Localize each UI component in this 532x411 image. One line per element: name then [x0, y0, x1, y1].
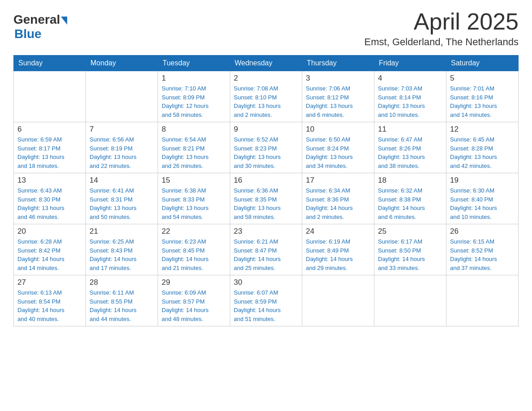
day-number: 22 — [162, 227, 226, 236]
day-number: 7 — [90, 125, 154, 134]
day-number: 20 — [17, 227, 82, 236]
day-number: 5 — [450, 74, 515, 83]
header-cell-monday: Monday — [86, 56, 158, 71]
day-info: Sunrise: 6:34 AM Sunset: 8:36 PM Dayligh… — [306, 186, 370, 221]
calendar-cell: 28Sunrise: 6:11 AM Sunset: 8:55 PM Dayli… — [86, 275, 158, 326]
day-info: Sunrise: 6:59 AM Sunset: 8:17 PM Dayligh… — [17, 135, 82, 170]
calendar-cell: 4Sunrise: 7:03 AM Sunset: 8:14 PM Daylig… — [374, 71, 446, 122]
calendar-cell: 7Sunrise: 6:56 AM Sunset: 8:19 PM Daylig… — [86, 122, 158, 173]
calendar-cell: 20Sunrise: 6:28 AM Sunset: 8:42 PM Dayli… — [14, 224, 86, 275]
calendar-body: 1Sunrise: 7:10 AM Sunset: 8:09 PM Daylig… — [14, 71, 519, 326]
day-number: 11 — [378, 125, 442, 134]
calendar-cell: 15Sunrise: 6:38 AM Sunset: 8:33 PM Dayli… — [158, 173, 230, 224]
day-number: 30 — [234, 278, 298, 287]
calendar-cell: 8Sunrise: 6:54 AM Sunset: 8:21 PM Daylig… — [158, 122, 230, 173]
day-info: Sunrise: 6:25 AM Sunset: 8:43 PM Dayligh… — [90, 237, 154, 272]
calendar-cell: 13Sunrise: 6:43 AM Sunset: 8:30 PM Dayli… — [14, 173, 86, 224]
header: General Blue April 2025 Emst, Gelderland… — [13, 9, 519, 48]
calendar-week-0: 1Sunrise: 7:10 AM Sunset: 8:09 PM Daylig… — [14, 71, 519, 122]
day-info: Sunrise: 6:13 AM Sunset: 8:54 PM Dayligh… — [17, 288, 82, 323]
day-info: Sunrise: 6:54 AM Sunset: 8:21 PM Dayligh… — [162, 135, 226, 170]
day-info: Sunrise: 6:38 AM Sunset: 8:33 PM Dayligh… — [162, 186, 226, 221]
calendar-cell: 22Sunrise: 6:23 AM Sunset: 8:45 PM Dayli… — [158, 224, 230, 275]
day-number: 25 — [378, 227, 442, 236]
calendar-cell: 17Sunrise: 6:34 AM Sunset: 8:36 PM Dayli… — [302, 173, 374, 224]
calendar-header: SundayMondayTuesdayWednesdayThursdayFrid… — [14, 56, 519, 71]
calendar-cell: 11Sunrise: 6:47 AM Sunset: 8:26 PM Dayli… — [374, 122, 446, 173]
calendar-cell: 2Sunrise: 7:08 AM Sunset: 8:10 PM Daylig… — [230, 71, 302, 122]
day-number: 12 — [450, 125, 515, 134]
day-info: Sunrise: 6:32 AM Sunset: 8:38 PM Dayligh… — [378, 186, 442, 221]
day-number: 3 — [306, 74, 370, 83]
calendar-cell — [302, 275, 374, 326]
day-info: Sunrise: 6:07 AM Sunset: 8:59 PM Dayligh… — [234, 288, 298, 323]
calendar-cell: 5Sunrise: 7:01 AM Sunset: 8:16 PM Daylig… — [446, 71, 519, 122]
day-info: Sunrise: 6:09 AM Sunset: 8:57 PM Dayligh… — [162, 288, 226, 323]
day-number: 2 — [234, 74, 298, 83]
day-number: 29 — [162, 278, 226, 287]
calendar-week-4: 27Sunrise: 6:13 AM Sunset: 8:54 PM Dayli… — [14, 275, 519, 326]
day-number: 6 — [17, 125, 82, 134]
header-cell-wednesday: Wednesday — [230, 56, 302, 71]
calendar-cell — [86, 71, 158, 122]
logo-blue-text: Blue — [14, 27, 42, 41]
day-number: 24 — [306, 227, 370, 236]
calendar-cell — [14, 71, 86, 122]
logo-triangle — [61, 17, 67, 25]
day-info: Sunrise: 7:10 AM Sunset: 8:09 PM Dayligh… — [162, 84, 226, 119]
day-info: Sunrise: 6:11 AM Sunset: 8:55 PM Dayligh… — [90, 288, 154, 323]
calendar-cell: 27Sunrise: 6:13 AM Sunset: 8:54 PM Dayli… — [14, 275, 86, 326]
day-number: 10 — [306, 125, 370, 134]
calendar-cell: 3Sunrise: 7:06 AM Sunset: 8:12 PM Daylig… — [302, 71, 374, 122]
calendar-cell: 24Sunrise: 6:19 AM Sunset: 8:49 PM Dayli… — [302, 224, 374, 275]
day-number: 28 — [90, 278, 154, 287]
calendar-subtitle: Emst, Gelderland, The Netherlands — [365, 36, 519, 48]
day-info: Sunrise: 6:19 AM Sunset: 8:49 PM Dayligh… — [306, 237, 370, 272]
header-cell-friday: Friday — [374, 56, 446, 71]
day-number: 23 — [234, 227, 298, 236]
day-info: Sunrise: 6:43 AM Sunset: 8:30 PM Dayligh… — [17, 186, 82, 221]
calendar-cell: 14Sunrise: 6:41 AM Sunset: 8:31 PM Dayli… — [86, 173, 158, 224]
header-cell-saturday: Saturday — [446, 56, 519, 71]
day-number: 13 — [17, 176, 82, 185]
day-info: Sunrise: 6:15 AM Sunset: 8:52 PM Dayligh… — [450, 237, 515, 272]
calendar-cell: 29Sunrise: 6:09 AM Sunset: 8:57 PM Dayli… — [158, 275, 230, 326]
calendar-cell: 30Sunrise: 6:07 AM Sunset: 8:59 PM Dayli… — [230, 275, 302, 326]
calendar-cell: 26Sunrise: 6:15 AM Sunset: 8:52 PM Dayli… — [446, 224, 519, 275]
day-info: Sunrise: 6:17 AM Sunset: 8:50 PM Dayligh… — [378, 237, 442, 272]
day-number: 4 — [378, 74, 442, 83]
logo-icon — [60, 17, 67, 23]
day-info: Sunrise: 6:52 AM Sunset: 8:23 PM Dayligh… — [234, 135, 298, 170]
day-number: 26 — [450, 227, 515, 236]
calendar-cell: 6Sunrise: 6:59 AM Sunset: 8:17 PM Daylig… — [14, 122, 86, 173]
day-number: 1 — [162, 74, 226, 83]
day-info: Sunrise: 7:06 AM Sunset: 8:12 PM Dayligh… — [306, 84, 370, 119]
day-info: Sunrise: 6:23 AM Sunset: 8:45 PM Dayligh… — [162, 237, 226, 272]
day-number: 18 — [378, 176, 442, 185]
calendar-cell — [446, 275, 519, 326]
day-info: Sunrise: 7:03 AM Sunset: 8:14 PM Dayligh… — [378, 84, 442, 119]
day-info: Sunrise: 6:45 AM Sunset: 8:28 PM Dayligh… — [450, 135, 515, 170]
calendar-cell: 9Sunrise: 6:52 AM Sunset: 8:23 PM Daylig… — [230, 122, 302, 173]
calendar-week-1: 6Sunrise: 6:59 AM Sunset: 8:17 PM Daylig… — [14, 122, 519, 173]
logo-general-text: General — [13, 13, 60, 27]
calendar-cell: 18Sunrise: 6:32 AM Sunset: 8:38 PM Dayli… — [374, 173, 446, 224]
day-number: 9 — [234, 125, 298, 134]
day-info: Sunrise: 6:30 AM Sunset: 8:40 PM Dayligh… — [450, 186, 515, 221]
day-info: Sunrise: 6:41 AM Sunset: 8:31 PM Dayligh… — [90, 186, 154, 221]
calendar-cell — [374, 275, 446, 326]
day-number: 21 — [90, 227, 154, 236]
day-number: 8 — [162, 125, 226, 134]
calendar-cell: 21Sunrise: 6:25 AM Sunset: 8:43 PM Dayli… — [86, 224, 158, 275]
calendar-cell: 16Sunrise: 6:36 AM Sunset: 8:35 PM Dayli… — [230, 173, 302, 224]
calendar-week-3: 20Sunrise: 6:28 AM Sunset: 8:42 PM Dayli… — [14, 224, 519, 275]
calendar-table: SundayMondayTuesdayWednesdayThursdayFrid… — [13, 55, 519, 326]
day-number: 19 — [450, 176, 515, 185]
header-cell-tuesday: Tuesday — [158, 56, 230, 71]
logo: General Blue — [13, 13, 67, 41]
header-row: SundayMondayTuesdayWednesdayThursdayFrid… — [14, 56, 519, 71]
header-cell-sunday: Sunday — [14, 56, 86, 71]
calendar-cell: 10Sunrise: 6:50 AM Sunset: 8:24 PM Dayli… — [302, 122, 374, 173]
calendar-title: April 2025 — [365, 9, 519, 34]
day-info: Sunrise: 7:01 AM Sunset: 8:16 PM Dayligh… — [450, 84, 515, 119]
